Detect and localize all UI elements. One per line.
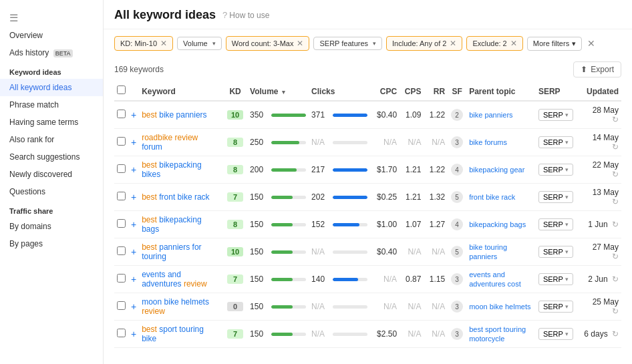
volume-bar-bg: [271, 196, 306, 199]
add-keyword-button[interactable]: +: [131, 329, 136, 339]
sidebar-item-overview[interactable]: Overview: [0, 27, 103, 44]
parent-topic-link[interactable]: events and adventures cost: [469, 270, 521, 288]
how-to-link[interactable]: ? How to use: [222, 10, 269, 20]
filter-exclude[interactable]: Exclude: 2 ✕: [466, 36, 522, 51]
volume-number: 200: [250, 165, 269, 174]
keyword-cell: moon bike helmets review: [139, 293, 223, 321]
add-keyword-button[interactable]: +: [131, 301, 136, 312]
updated-date: 1 Jun: [588, 220, 607, 229]
refresh-icon[interactable]: ↻: [612, 142, 619, 152]
row-checkbox[interactable]: [117, 164, 126, 173]
close-kd-filter[interactable]: ✕: [160, 39, 167, 48]
serp-button[interactable]: SERP ▾: [538, 301, 573, 313]
serp-button[interactable]: SERP ▾: [538, 109, 573, 121]
parent-topic-link[interactable]: moon bike helmets: [469, 303, 530, 311]
keyword-link[interactable]: roadbike review forum: [142, 133, 198, 152]
add-keyword-button[interactable]: +: [131, 192, 136, 202]
serp-button[interactable]: SERP ▾: [538, 273, 573, 285]
parent-topic-link[interactable]: bike forums: [469, 138, 507, 146]
parent-topic-link[interactable]: best sport touring motorcycle: [469, 325, 526, 343]
refresh-icon[interactable]: ↻: [612, 275, 619, 284]
keyword-link[interactable]: best bikepacking bags: [142, 215, 201, 234]
parent-topic-link[interactable]: bikepacking gear: [469, 166, 524, 174]
serp-button[interactable]: SERP ▾: [538, 164, 573, 176]
sidebar-item-phrase-match[interactable]: Phrase match: [0, 96, 103, 114]
serp-button[interactable]: SERP ▾: [538, 191, 573, 203]
keyword-link[interactable]: best front bike rack: [142, 192, 209, 202]
parent-topic-link[interactable]: front bike rack: [469, 193, 515, 201]
filter-serp-features[interactable]: SERP features ▾: [313, 37, 382, 50]
serp-button[interactable]: SERP ▾: [538, 136, 573, 148]
clear-filters-button[interactable]: ✕: [587, 38, 595, 49]
refresh-icon[interactable]: ↻: [612, 115, 619, 124]
cpc-cell: $0.25: [370, 184, 400, 211]
add-keyword-button[interactable]: +: [131, 137, 136, 148]
menu-icon[interactable]: ☰: [9, 12, 18, 24]
refresh-icon[interactable]: ↻: [612, 170, 619, 179]
keyword-link[interactable]: best bikepacking bikes: [142, 160, 201, 179]
updated-date: 13 May: [593, 188, 619, 197]
refresh-icon[interactable]: ↻: [612, 252, 619, 261]
sidebar-item-questions[interactable]: Questions: [0, 183, 103, 200]
row-checkbox[interactable]: [117, 274, 126, 283]
keyword-link[interactable]: best panniers for touring: [142, 242, 201, 261]
parent-topic-link[interactable]: bike touring panniers: [469, 243, 507, 260]
close-include-filter[interactable]: ✕: [450, 39, 456, 48]
row-checkbox[interactable]: [117, 301, 126, 310]
add-keyword-button[interactable]: +: [131, 164, 136, 175]
sidebar-item-all-keyword-ideas[interactable]: All keyword ideas: [0, 79, 103, 96]
sf-cell: 5: [448, 238, 466, 266]
keyword-link[interactable]: best bike panniers: [142, 110, 206, 120]
filter-include[interactable]: Include: Any of 2 ✕: [386, 36, 462, 51]
row-checkbox-cell: [114, 129, 128, 156]
parent-topic-link[interactable]: bikepacking bags: [469, 220, 526, 228]
row-checkbox[interactable]: [117, 137, 126, 146]
row-add-cell: +: [128, 129, 139, 156]
sidebar-item-by-pages[interactable]: By pages: [0, 235, 103, 252]
row-checkbox[interactable]: [117, 246, 126, 255]
refresh-icon[interactable]: ↻: [612, 307, 619, 316]
serp-label: SERP: [543, 248, 563, 256]
filter-kd[interactable]: KD: Min-10 ✕: [114, 36, 173, 51]
more-filters-button[interactable]: More filters ▾: [527, 37, 582, 51]
row-checkbox[interactable]: [117, 192, 126, 200]
keyword-link[interactable]: best sport touring bike: [142, 325, 204, 343]
refresh-icon[interactable]: ↻: [612, 197, 619, 206]
volume-bar-fill: [271, 196, 293, 199]
serp-cell: SERP ▾: [536, 266, 579, 293]
th-volume[interactable]: Volume ▾: [247, 81, 309, 101]
row-checkbox[interactable]: [117, 110, 126, 118]
export-button[interactable]: ⬆ Export: [573, 61, 621, 77]
keyword-link[interactable]: events and adventures review: [142, 270, 206, 289]
row-checkbox[interactable]: [117, 329, 126, 337]
serp-label: SERP: [543, 275, 563, 283]
add-keyword-button[interactable]: +: [131, 274, 136, 285]
sidebar-item-also-rank-for[interactable]: Also rank for: [0, 131, 103, 148]
keywords-count: 169 keywords: [114, 65, 164, 74]
rr-cell: N/A: [424, 129, 448, 156]
serp-button[interactable]: SERP ▾: [538, 246, 573, 258]
row-add-cell: +: [128, 321, 139, 348]
add-keyword-button[interactable]: +: [131, 110, 136, 120]
filter-word-count[interactable]: Word count: 3-Max ✕: [226, 36, 310, 51]
cps-cell: N/A: [400, 293, 424, 321]
serp-button[interactable]: SERP ▾: [538, 328, 573, 340]
refresh-icon[interactable]: ↻: [612, 220, 619, 229]
parent-topic-link[interactable]: bike panniers: [469, 111, 512, 119]
close-exclude-filter[interactable]: ✕: [510, 39, 517, 48]
row-checkbox[interactable]: [117, 219, 126, 228]
add-keyword-button[interactable]: +: [131, 219, 136, 230]
select-all-checkbox[interactable]: [117, 85, 126, 94]
sidebar-item-having-same-terms[interactable]: Having same terms: [0, 114, 103, 131]
filter-volume[interactable]: Volume ▾: [177, 37, 222, 50]
sidebar-item-by-domains[interactable]: By domains: [0, 218, 103, 235]
keyword-link[interactable]: moon bike helmets review: [142, 297, 209, 316]
serp-button[interactable]: SERP ▾: [538, 218, 573, 230]
sidebar-item-ads-history[interactable]: Ads history BETA: [0, 44, 103, 61]
sidebar-item-search-suggestions[interactable]: Search suggestions: [0, 148, 103, 166]
sidebar-item-newly-discovered[interactable]: Newly discovered: [0, 166, 103, 183]
rr-value: N/A: [432, 302, 445, 311]
add-keyword-button[interactable]: +: [131, 246, 136, 257]
close-word-count-filter[interactable]: ✕: [297, 39, 303, 48]
refresh-icon[interactable]: ↻: [612, 329, 619, 339]
